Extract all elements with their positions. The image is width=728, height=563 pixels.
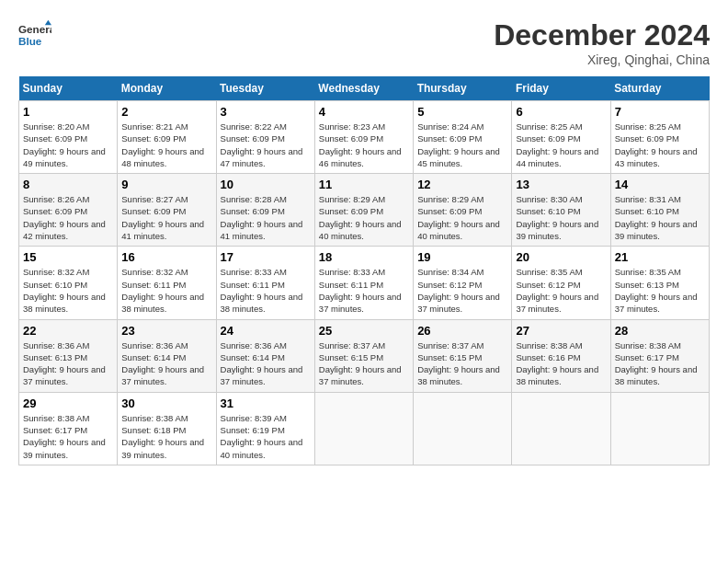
daylight-text: Daylight: 9 hours and 38 minutes. xyxy=(516,364,598,386)
daylight-text: Daylight: 9 hours and 40 minutes. xyxy=(221,437,303,459)
day-info: Sunrise: 8:33 AM Sunset: 6:11 PM Dayligh… xyxy=(221,266,311,315)
sunset-text: Sunset: 6:09 PM xyxy=(221,206,285,216)
daylight-text: Daylight: 9 hours and 39 minutes. xyxy=(516,219,598,241)
day-number: 26 xyxy=(417,324,507,338)
page-header: General Blue December 2024 Xireg, Qingha… xyxy=(18,18,710,67)
sunrise-text: Sunrise: 8:29 AM xyxy=(417,194,483,204)
sunrise-text: Sunrise: 8:39 AM xyxy=(221,413,287,423)
sunset-text: Sunset: 6:09 PM xyxy=(516,133,580,144)
day-info: Sunrise: 8:38 AM Sunset: 6:17 PM Dayligh… xyxy=(615,339,705,388)
sunrise-text: Sunrise: 8:37 AM xyxy=(319,340,385,350)
sunset-text: Sunset: 6:09 PM xyxy=(417,133,482,144)
day-number: 31 xyxy=(221,396,311,410)
day-number: 3 xyxy=(221,105,311,119)
sunrise-text: Sunrise: 8:36 AM xyxy=(23,340,89,350)
calendar-day-cell: 26 Sunrise: 8:37 AM Sunset: 6:15 PM Dayl… xyxy=(414,319,512,392)
sunrise-text: Sunrise: 8:35 AM xyxy=(516,267,582,277)
day-info: Sunrise: 8:22 AM Sunset: 6:09 PM Dayligh… xyxy=(221,121,311,169)
sunrise-text: Sunrise: 8:21 AM xyxy=(121,121,188,132)
daylight-text: Daylight: 9 hours and 37 minutes. xyxy=(121,364,204,386)
sunset-text: Sunset: 6:11 PM xyxy=(221,280,285,290)
weekday-header-sunday: Sunday xyxy=(19,76,118,101)
calendar-day-cell: 28 Sunrise: 8:38 AM Sunset: 6:17 PM Dayl… xyxy=(610,319,709,392)
sunrise-text: Sunrise: 8:30 AM xyxy=(516,194,582,204)
daylight-text: Daylight: 9 hours and 39 minutes. xyxy=(615,219,698,241)
day-info: Sunrise: 8:37 AM Sunset: 6:15 PM Dayligh… xyxy=(417,339,507,388)
day-info: Sunrise: 8:36 AM Sunset: 6:13 PM Dayligh… xyxy=(23,339,113,388)
sunrise-text: Sunrise: 8:38 AM xyxy=(615,340,681,350)
daylight-text: Daylight: 9 hours and 37 minutes. xyxy=(615,292,698,314)
calendar-day-cell: 22 Sunrise: 8:36 AM Sunset: 6:13 PM Dayl… xyxy=(19,319,118,392)
day-info: Sunrise: 8:35 AM Sunset: 6:12 PM Dayligh… xyxy=(516,266,606,315)
daylight-text: Daylight: 9 hours and 37 minutes. xyxy=(221,364,303,386)
sunset-text: Sunset: 6:12 PM xyxy=(417,280,482,290)
svg-text:Blue: Blue xyxy=(18,35,42,47)
sunrise-text: Sunrise: 8:24 AM xyxy=(417,121,483,132)
calendar-day-cell: 21 Sunrise: 8:35 AM Sunset: 6:13 PM Dayl… xyxy=(610,247,709,319)
calendar-day-cell: 7 Sunrise: 8:25 AM Sunset: 6:09 PM Dayli… xyxy=(610,101,709,174)
sunset-text: Sunset: 6:09 PM xyxy=(23,133,87,144)
sunset-text: Sunset: 6:09 PM xyxy=(23,206,87,216)
calendar-day-cell: 16 Sunrise: 8:32 AM Sunset: 6:11 PM Dayl… xyxy=(118,247,216,319)
daylight-text: Daylight: 9 hours and 39 minutes. xyxy=(23,437,106,459)
calendar-day-cell: 15 Sunrise: 8:32 AM Sunset: 6:10 PM Dayl… xyxy=(19,247,118,319)
day-number: 11 xyxy=(319,178,409,191)
calendar-day-cell: 18 Sunrise: 8:33 AM Sunset: 6:11 PM Dayl… xyxy=(314,247,413,319)
day-number: 19 xyxy=(417,250,507,264)
day-info: Sunrise: 8:27 AM Sunset: 6:09 PM Dayligh… xyxy=(121,193,211,242)
weekday-header-monday: Monday xyxy=(118,76,216,101)
calendar-day-cell: 11 Sunrise: 8:29 AM Sunset: 6:09 PM Dayl… xyxy=(314,174,413,247)
sunrise-text: Sunrise: 8:23 AM xyxy=(319,121,385,132)
day-info: Sunrise: 8:38 AM Sunset: 6:16 PM Dayligh… xyxy=(516,339,606,388)
day-number: 22 xyxy=(23,324,113,338)
daylight-text: Daylight: 9 hours and 37 minutes. xyxy=(516,292,598,314)
daylight-text: Daylight: 9 hours and 40 minutes. xyxy=(417,219,500,241)
day-number: 1 xyxy=(23,105,113,119)
day-number: 5 xyxy=(417,105,507,119)
daylight-text: Daylight: 9 hours and 41 minutes. xyxy=(221,219,303,241)
sunset-text: Sunset: 6:10 PM xyxy=(615,206,679,216)
calendar-day-cell: 2 Sunrise: 8:21 AM Sunset: 6:09 PM Dayli… xyxy=(118,101,216,174)
day-number: 17 xyxy=(221,250,311,264)
daylight-text: Daylight: 9 hours and 40 minutes. xyxy=(319,219,402,241)
day-info: Sunrise: 8:31 AM Sunset: 6:10 PM Dayligh… xyxy=(615,193,705,242)
calendar-day-cell: 17 Sunrise: 8:33 AM Sunset: 6:11 PM Dayl… xyxy=(216,247,314,319)
calendar-day-cell xyxy=(512,392,610,465)
sunset-text: Sunset: 6:11 PM xyxy=(121,280,186,290)
calendar-day-cell xyxy=(610,392,709,465)
calendar-week-row: 15 Sunrise: 8:32 AM Sunset: 6:10 PM Dayl… xyxy=(19,247,710,319)
sunrise-text: Sunrise: 8:28 AM xyxy=(221,194,287,204)
sunset-text: Sunset: 6:19 PM xyxy=(221,425,285,435)
logo: General Blue xyxy=(18,18,51,52)
sunrise-text: Sunrise: 8:32 AM xyxy=(23,267,89,277)
calendar-day-cell: 20 Sunrise: 8:35 AM Sunset: 6:12 PM Dayl… xyxy=(512,247,610,319)
calendar-day-cell: 10 Sunrise: 8:28 AM Sunset: 6:09 PM Dayl… xyxy=(216,174,314,247)
sunrise-text: Sunrise: 8:25 AM xyxy=(615,121,681,132)
sunrise-text: Sunrise: 8:36 AM xyxy=(221,340,287,350)
daylight-text: Daylight: 9 hours and 44 minutes. xyxy=(516,146,598,168)
logo-icon: General Blue xyxy=(18,18,51,52)
day-number: 10 xyxy=(221,178,311,191)
day-info: Sunrise: 8:38 AM Sunset: 6:18 PM Dayligh… xyxy=(121,412,211,461)
sunrise-text: Sunrise: 8:31 AM xyxy=(615,194,681,204)
sunset-text: Sunset: 6:09 PM xyxy=(221,133,285,144)
calendar-day-cell xyxy=(414,392,512,465)
calendar-day-cell: 23 Sunrise: 8:36 AM Sunset: 6:14 PM Dayl… xyxy=(118,319,216,392)
day-number: 4 xyxy=(319,105,409,119)
day-info: Sunrise: 8:28 AM Sunset: 6:09 PM Dayligh… xyxy=(221,193,311,242)
calendar-day-cell: 3 Sunrise: 8:22 AM Sunset: 6:09 PM Dayli… xyxy=(216,101,314,174)
day-number: 13 xyxy=(516,178,606,191)
day-number: 24 xyxy=(221,324,311,338)
day-number: 15 xyxy=(23,250,113,264)
day-number: 2 xyxy=(121,105,211,119)
day-number: 8 xyxy=(23,178,113,191)
day-info: Sunrise: 8:39 AM Sunset: 6:19 PM Dayligh… xyxy=(221,412,311,461)
day-info: Sunrise: 8:29 AM Sunset: 6:09 PM Dayligh… xyxy=(319,193,409,242)
month-title: December 2024 xyxy=(494,18,710,52)
calendar-day-cell: 25 Sunrise: 8:37 AM Sunset: 6:15 PM Dayl… xyxy=(314,319,413,392)
sunset-text: Sunset: 6:14 PM xyxy=(221,352,285,362)
daylight-text: Daylight: 9 hours and 39 minutes. xyxy=(121,437,204,459)
day-info: Sunrise: 8:37 AM Sunset: 6:15 PM Dayligh… xyxy=(319,339,409,388)
day-info: Sunrise: 8:32 AM Sunset: 6:11 PM Dayligh… xyxy=(121,266,211,315)
day-info: Sunrise: 8:25 AM Sunset: 6:09 PM Dayligh… xyxy=(615,121,705,169)
